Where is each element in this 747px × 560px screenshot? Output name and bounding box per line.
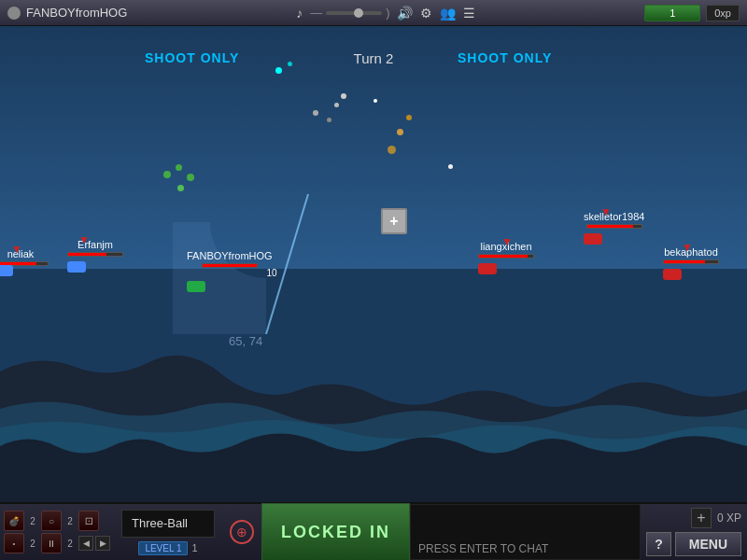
triple-icon: ⚀ <box>85 516 93 526</box>
player-name-erfanjm: Erfanjm <box>67 239 123 250</box>
dot-icon: • <box>13 539 16 548</box>
player-name-skelletor: skelletor1984 <box>584 211 644 222</box>
press-enter-hint: PRESS ENTER TO CHAT <box>418 542 548 555</box>
xp-hud-label: 0 XP <box>717 511 741 525</box>
projectile-dot <box>397 129 403 135</box>
arrow-skelletor: ▼ <box>600 205 612 218</box>
title-center-controls: ♪ — ) 🔊 ⚙ 👥 ☰ <box>296 6 475 21</box>
projectile-dot <box>163 171 171 178</box>
plus-button[interactable]: + <box>691 508 712 528</box>
player-erfanjm: Erfanjm <box>67 239 123 259</box>
level-num: 1 <box>191 542 197 553</box>
slot-count-2: 2 <box>64 516 76 526</box>
players-icon[interactable]: 👥 <box>440 6 456 21</box>
title-right: 1 0xp <box>644 5 740 21</box>
projectile-dot <box>448 164 453 169</box>
slot-count-1: 2 <box>27 516 38 526</box>
list-icon[interactable]: ☰ <box>463 6 475 21</box>
player-name-neliak: neliak <box>0 248 49 259</box>
projectile-dot <box>334 103 339 107</box>
arrow-neliak: ▼ <box>11 243 22 256</box>
volume-icon[interactable]: 🔊 <box>397 6 413 21</box>
projectile-dot <box>327 118 331 122</box>
slot-row-1: 💣 2 ○ 2 ⚀ <box>4 511 110 531</box>
shoot-only-left: SHOOT ONLY <box>145 50 239 65</box>
level-badge-hud: LEVEL 1 <box>138 541 188 555</box>
svg-line-0 <box>266 194 308 334</box>
water-svg <box>0 259 747 502</box>
projectile-dot <box>388 146 396 154</box>
music-icon[interactable]: ♪ <box>296 6 303 21</box>
slot-pause[interactable]: ⏸ <box>41 533 62 553</box>
xp-display: 0xp <box>706 5 740 21</box>
circle-icon: ○ <box>49 516 54 526</box>
title-bar: FANBOYfromHOG ♪ — ) 🔊 ⚙ 👥 ☰ 1 0xp <box>0 0 747 26</box>
app-icon <box>7 7 21 20</box>
tank-erfanjm <box>67 261 86 273</box>
medkit: + <box>381 208 407 234</box>
slot-triple[interactable]: ⚀ <box>78 511 99 531</box>
projectile-dot <box>341 93 346 99</box>
projectile-dot <box>374 99 377 103</box>
settings-icon[interactable]: ⚙ <box>420 6 432 21</box>
tank-neliak <box>0 265 13 276</box>
menu-button[interactable]: MENU <box>675 532 741 556</box>
tank-skelletor <box>584 233 602 245</box>
aim-arc <box>173 147 359 334</box>
nav-left[interactable]: ◀ <box>78 536 93 551</box>
locked-in-container: LOCKED IN <box>261 503 410 560</box>
projectile-dot <box>275 67 282 74</box>
projectile-dot <box>176 164 182 171</box>
hud: 💣 2 ○ 2 ⚀ • 2 ⏸ 2 ◀ ▶ <box>0 502 747 560</box>
projectile-dot <box>288 62 292 66</box>
projectile-dot <box>177 185 184 191</box>
help-button[interactable]: ? <box>646 532 671 556</box>
slot-row-2: • 2 ⏸ 2 ◀ ▶ <box>4 533 110 553</box>
tank-liangxichen <box>478 263 497 274</box>
weapon-center: Three-Ball LEVEL 1 1 <box>114 506 222 559</box>
player-health-num: 10 <box>187 268 277 278</box>
slot-count-3: 2 <box>27 539 38 549</box>
slider-thumb[interactable] <box>354 8 363 18</box>
slot-circle[interactable]: ○ <box>41 511 62 531</box>
slider-dash: — <box>310 6 322 20</box>
volume-slider[interactable]: — ) <box>310 6 389 20</box>
locked-in-label: LOCKED IN <box>261 503 410 560</box>
projectile-dot <box>406 115 412 120</box>
arrow-bekaphatod: ▼ <box>682 241 693 254</box>
slot-bomb[interactable]: 💣 <box>4 511 24 531</box>
turn-label: Turn 2 <box>354 50 394 66</box>
level-badge: 1 <box>644 5 700 21</box>
crosshair-icon[interactable]: ⊕ <box>230 520 254 544</box>
player-neliak: neliak <box>0 248 49 268</box>
arrow-erfanjm: ▼ <box>78 233 90 246</box>
tank-bekaphatod <box>663 269 682 280</box>
nav-arrows: ◀ ▶ <box>78 536 110 551</box>
nav-right[interactable]: ▶ <box>95 536 110 551</box>
player-fanboy: FANBOYfromHOG 10 <box>187 250 273 278</box>
weapon-slots-left: 💣 2 ○ 2 ⚀ • 2 ⏸ 2 ◀ ▶ <box>0 507 114 557</box>
projectile-dot <box>187 174 194 181</box>
tank-fanboy <box>187 281 205 292</box>
player-name-fanboy: FANBOYfromHOG <box>187 250 273 261</box>
slot-dot[interactable]: • <box>4 533 24 553</box>
player-skelletor: skelletor1984 <box>584 211 644 231</box>
bomb-icon: 💣 <box>8 516 20 526</box>
window-title: FANBOYfromHOG <box>26 6 127 20</box>
hud-right: + 0 XP ? MENU <box>641 504 747 560</box>
arrow-liangxichen: ▼ <box>501 235 513 248</box>
projectile-dot <box>313 110 318 116</box>
weapon-name: Three-Ball <box>121 510 215 538</box>
slot-count-4: 2 <box>64 539 76 549</box>
slider-end: ) <box>386 6 389 20</box>
aim-button[interactable]: ⊕ <box>222 520 261 544</box>
coordinates: 65, 74 <box>229 334 262 348</box>
slider-track[interactable] <box>326 11 382 15</box>
chat-box[interactable]: PRESS ENTER TO CHAT <box>410 504 641 560</box>
pause-icon: ⏸ <box>47 539 56 549</box>
shoot-only-right: SHOOT ONLY <box>458 50 552 65</box>
game-area[interactable]: SHOOT ONLY SHOOT ONLY Turn 2 + neliak Er… <box>0 26 747 502</box>
title-left: FANBOYfromHOG <box>7 6 127 20</box>
